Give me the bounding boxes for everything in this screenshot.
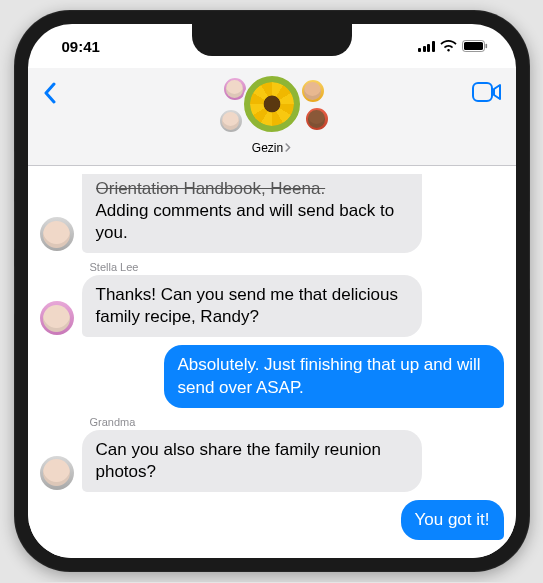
svg-rect-3 — [473, 83, 492, 101]
battery-icon — [462, 38, 488, 55]
volume-down-button — [14, 265, 15, 315]
back-button[interactable] — [42, 72, 57, 108]
message-text: You got it! — [415, 510, 490, 529]
message-bubble[interactable]: Absolutely. Just finishing that up and w… — [164, 345, 504, 407]
message-row-incoming: Orientation Handbook, Heena. Adding comm… — [40, 174, 504, 253]
group-avatar-cluster — [212, 72, 332, 138]
message-row-outgoing: You got it! — [40, 500, 504, 540]
notch — [192, 24, 352, 56]
sender-label: Grandma — [90, 416, 504, 428]
svg-rect-1 — [464, 42, 483, 50]
phone-frame: 09:41 — [14, 10, 530, 572]
status-indicators — [418, 38, 488, 55]
side-button — [529, 210, 530, 290]
message-text: Absolutely. Just finishing that up and w… — [178, 355, 481, 396]
group-name-row[interactable]: Gezin — [252, 141, 291, 155]
message-bubble[interactable]: Thanks! Can you send me that delicious f… — [82, 275, 422, 337]
chevron-right-icon — [285, 143, 291, 154]
message-text: Can you also share the family reunion ph… — [96, 440, 381, 481]
sender-avatar[interactable] — [40, 301, 74, 335]
sender-label: Stella Lee — [90, 261, 504, 273]
message-list[interactable]: Orientation Handbook, Heena. Adding comm… — [28, 166, 516, 558]
facetime-button[interactable] — [472, 72, 502, 106]
message-row-incoming: Thanks! Can you send me that delicious f… — [40, 275, 504, 337]
participant-avatar — [300, 78, 326, 104]
volume-up-button — [14, 200, 15, 250]
wifi-icon — [440, 38, 457, 55]
message-bubble[interactable]: Orientation Handbook, Heena. Adding comm… — [82, 174, 422, 253]
screen: 09:41 — [28, 24, 516, 558]
message-text: Thanks! Can you send me that delicious f… — [96, 285, 398, 326]
participant-avatar — [304, 106, 330, 132]
status-time: 09:41 — [62, 38, 100, 55]
message-bubble[interactable]: Can you also share the family reunion ph… — [82, 430, 422, 492]
message-bubble[interactable]: You got it! — [401, 500, 504, 540]
nav-bar: Gezin — [28, 68, 516, 166]
sender-avatar[interactable] — [40, 456, 74, 490]
participant-avatar — [218, 108, 244, 134]
group-name: Gezin — [252, 141, 283, 155]
message-text: Adding comments and will send back to yo… — [96, 201, 395, 242]
mute-switch — [14, 150, 15, 180]
cellular-icon — [418, 41, 435, 52]
group-photo-sunflower — [242, 74, 302, 134]
message-text-cutoff: Orientation Handbook, Heena. — [96, 178, 408, 200]
conversation-header[interactable]: Gezin — [212, 72, 332, 155]
sender-avatar[interactable] — [40, 217, 74, 251]
message-row-outgoing: Absolutely. Just finishing that up and w… — [40, 345, 504, 407]
message-row-incoming: Can you also share the family reunion ph… — [40, 430, 504, 492]
svg-rect-2 — [485, 43, 487, 47]
